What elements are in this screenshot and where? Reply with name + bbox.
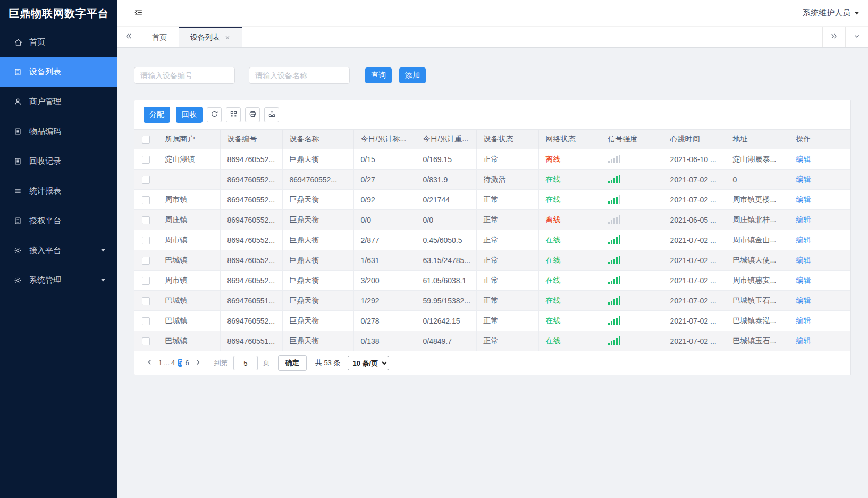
cell-today-weight: 0/12642.15 xyxy=(416,311,476,331)
sidebar-item-recycle-record[interactable]: 回收记录 xyxy=(0,146,117,176)
select-all-checkbox[interactable] xyxy=(142,136,150,144)
table-row: 8694760552...8694760552...0/270/831.9待激活… xyxy=(134,170,850,190)
table-row: 周市镇8694760552...巨鼎天衡2/8770.45/6050.5正常在线… xyxy=(134,230,850,250)
row-checkbox[interactable] xyxy=(142,237,150,244)
export-button[interactable] xyxy=(264,107,279,122)
tab-device-list[interactable]: 设备列表 xyxy=(179,27,242,47)
page-number-4[interactable]: 4 xyxy=(171,359,175,367)
cell-device-name: 巨鼎天衡 xyxy=(282,149,353,170)
cell-device-name: 巨鼎天衡 xyxy=(282,291,353,311)
cell-today-count: 0/138 xyxy=(353,331,416,351)
page-number-5[interactable]: 5 xyxy=(178,359,182,367)
goto-page-input[interactable] xyxy=(233,356,258,370)
cell-today-count: 0/92 xyxy=(353,190,416,210)
sidebar-item-item-code[interactable]: 物品编码 xyxy=(0,116,117,146)
column-header: 地址 xyxy=(726,130,789,149)
cell-device-status: 正常 xyxy=(476,291,538,311)
sidebar-item-authorization-platform[interactable]: 授权平台 xyxy=(0,206,117,235)
row-checkbox[interactable] xyxy=(142,257,150,265)
query-button[interactable]: 查询 xyxy=(365,67,392,83)
add-button[interactable]: 添加 xyxy=(399,67,426,83)
sidebar-item-merchant-management[interactable]: 商户管理 xyxy=(0,87,117,116)
assign-button[interactable]: 分配 xyxy=(144,107,170,123)
sidebar-collapse-button[interactable] xyxy=(133,7,144,19)
cell-device-name: 巨鼎天衡 xyxy=(282,190,353,210)
column-header: 今日/累计称... xyxy=(353,130,416,149)
user-name: 系统维护人员 xyxy=(803,8,850,18)
row-checkbox[interactable] xyxy=(142,156,150,164)
total-count-label: 共 53 条 xyxy=(315,358,341,368)
cell-address: 淀山湖晟泰... xyxy=(726,149,789,170)
recycle-button[interactable]: 回收 xyxy=(176,107,203,123)
refresh-button[interactable] xyxy=(207,107,222,122)
edit-link[interactable]: 编辑 xyxy=(796,336,811,345)
cell-device-status: 待激活 xyxy=(476,170,538,190)
page-size-select[interactable]: 10 条/页 xyxy=(348,356,389,370)
double-chevron-right-icon xyxy=(830,32,838,43)
page-ellipsis: ... xyxy=(164,359,170,367)
column-settings-button[interactable] xyxy=(226,107,241,122)
cell-heartbeat: 2021-07-02 ... xyxy=(663,331,726,351)
double-chevron-left-icon xyxy=(124,32,133,43)
table-header-row: 所属商户设备编号设备名称今日/累计称...今日/累计重...设备状态网络状态信号… xyxy=(134,130,850,149)
cell-address: 周市镇惠安... xyxy=(726,271,789,291)
page-number-6[interactable]: 6 xyxy=(186,359,189,367)
next-page-button[interactable] xyxy=(191,356,206,370)
close-icon[interactable] xyxy=(225,35,230,40)
edit-link[interactable]: 编辑 xyxy=(796,276,811,284)
table-row: 巴城镇8694760551...巨鼎天衡0/1380/4849.7正常在线202… xyxy=(134,331,850,351)
cell-signal xyxy=(601,291,663,311)
device-no-input[interactable] xyxy=(134,67,235,84)
sidebar-item-access-platform[interactable]: 接入平台 xyxy=(0,235,117,265)
sidebar-item-home[interactable]: 首页 xyxy=(0,27,117,57)
cell-network-status: 在线 xyxy=(538,230,601,250)
edit-link[interactable]: 编辑 xyxy=(796,175,811,183)
cell-checkbox xyxy=(134,331,158,351)
row-checkbox[interactable] xyxy=(142,317,150,325)
sidebar-item-label: 商户管理 xyxy=(29,97,61,107)
cell-device-name: 巨鼎天衡 xyxy=(282,331,353,351)
row-checkbox[interactable] xyxy=(142,337,150,345)
tabs-scroll-left-button[interactable] xyxy=(117,27,140,47)
edit-link[interactable]: 编辑 xyxy=(796,155,811,163)
cell-merchant: 巴城镇 xyxy=(158,331,220,351)
cell-today-count: 3/200 xyxy=(353,271,416,291)
goto-confirm-button[interactable]: 确定 xyxy=(278,355,307,371)
cell-address: 巴城镇泰泓... xyxy=(726,311,789,331)
sidebar-item-statistics-report[interactable]: 统计报表 xyxy=(0,176,117,206)
doc-icon xyxy=(14,67,23,77)
tabs-scroll-right-button[interactable] xyxy=(822,27,845,47)
user-menu[interactable]: 系统维护人员 xyxy=(803,8,859,18)
table-row: 周庄镇8694760552...巨鼎天衡0/00/0正常离线2021-06-05… xyxy=(134,210,850,230)
edit-link[interactable]: 编辑 xyxy=(796,316,811,325)
tab-spacer xyxy=(242,27,822,47)
tab-home[interactable]: 首页 xyxy=(140,27,179,47)
edit-link[interactable]: 编辑 xyxy=(796,195,811,204)
column-header: 所属商户 xyxy=(158,130,220,149)
sidebar: 巨鼎物联网数字平台 首页设备列表商户管理物品编码回收记录统计报表授权平台接入平台… xyxy=(0,0,117,498)
cell-action: 编辑 xyxy=(789,271,850,291)
device-name-input[interactable] xyxy=(249,67,350,84)
cell-signal xyxy=(601,210,663,230)
sidebar-item-system-management[interactable]: 系统管理 xyxy=(0,265,117,295)
edit-link[interactable]: 编辑 xyxy=(796,296,811,305)
cell-device-status: 正常 xyxy=(476,230,538,250)
cell-network-status: 离线 xyxy=(538,149,601,170)
row-checkbox[interactable] xyxy=(142,176,150,184)
row-checkbox[interactable] xyxy=(142,196,150,204)
row-checkbox[interactable] xyxy=(142,277,150,285)
cell-checkbox xyxy=(134,311,158,331)
edit-link[interactable]: 编辑 xyxy=(796,256,811,264)
row-checkbox[interactable] xyxy=(142,216,150,224)
edit-link[interactable]: 编辑 xyxy=(796,215,811,224)
cell-today-weight: 63.15/24785... xyxy=(416,250,476,271)
tabs-menu-button[interactable] xyxy=(845,27,868,47)
sidebar-item-device-list[interactable]: 设备列表 xyxy=(0,57,117,87)
edit-link[interactable]: 编辑 xyxy=(796,235,811,244)
print-button[interactable] xyxy=(245,107,260,122)
cell-network-status: 在线 xyxy=(538,170,601,190)
prev-page-button[interactable] xyxy=(142,356,157,370)
cell-merchant: 周市镇 xyxy=(158,271,220,291)
row-checkbox[interactable] xyxy=(142,297,150,305)
page-number-1[interactable]: 1 xyxy=(158,359,162,367)
